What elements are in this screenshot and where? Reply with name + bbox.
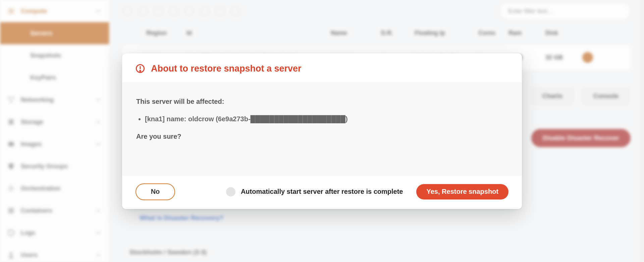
restore-snapshot-modal: About to restore snapshot a server This … [122,53,522,209]
modal-header: About to restore snapshot a server [122,53,522,83]
warning-icon [136,64,145,73]
yes-restore-button[interactable]: Yes, Restore snapshot [416,184,508,200]
modal-confirm-question: Are you sure? [136,131,508,141]
svg-point-16 [140,71,141,72]
no-button[interactable]: No [136,183,175,200]
modal-footer: No Automatically start server after rest… [122,175,522,209]
modal-body-intro: This server will be affected: [136,96,508,106]
auto-start-checkbox[interactable] [226,187,235,196]
modal-title: About to restore snapshot a server [151,63,302,74]
auto-start-label: Automatically start server after restore… [241,188,403,195]
affected-server-item: [kna1] name: oldcrow (6e9a273b-█████████… [145,114,508,124]
auto-start-checkbox-group: Automatically start server after restore… [226,187,403,196]
modal-overlay: About to restore snapshot a server This … [0,0,644,262]
modal-body: This server will be affected: [kna1] nam… [122,83,522,175]
